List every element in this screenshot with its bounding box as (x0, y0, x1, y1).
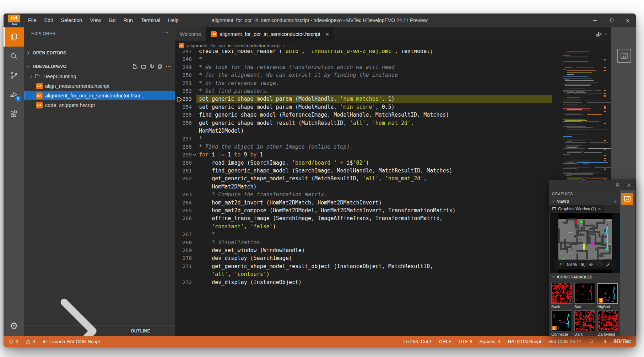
tree-item-align-measurements-hscript[interactable]: HAalign_measurements.hscript (24, 81, 175, 91)
open-editors-section[interactable]: OPEN EDITORS (24, 48, 175, 58)
minimap-line (583, 101, 607, 101)
tree-item-deepcounting[interactable]: DeepCounting (24, 71, 175, 81)
hscript-file-icon: HA (211, 31, 217, 37)
activity-explorer[interactable] (4, 27, 24, 47)
iconic-variable-darkfilled[interactable]: DarkFilled (597, 310, 619, 336)
code-editor[interactable]: 247create_text_model_reader ('auto', 'In… (175, 50, 561, 336)
status-mvtec[interactable]: MVTec (613, 338, 631, 345)
breadcrumb[interactable]: HA alignment_for_ocr_in_semiconductor.hs… (175, 41, 611, 50)
open-editors-label: OPEN EDITORS (33, 50, 66, 55)
menu-terminal[interactable]: Terminal (137, 14, 164, 27)
chevron-down-icon[interactable] (604, 32, 607, 36)
workspace-section[interactable]: HDEVELOPEVO ↻ ··· (24, 62, 175, 71)
title-bar: HA EVO FileEditSelectionViewGoRunTermina… (4, 14, 636, 27)
iconic-variables-section[interactable]: ICONIC VARIABLES (549, 273, 620, 281)
refresh-icon[interactable]: ↻ (150, 63, 154, 70)
tab-label: Welcome (180, 31, 201, 37)
menu-file[interactable]: File (24, 14, 40, 27)
chevron-down-icon (551, 199, 556, 203)
status-halcon-script[interactable]: HALCON Script (508, 339, 542, 344)
views-section[interactable]: VIEWS + (549, 198, 620, 205)
graphics-panel-icon[interactable] (617, 49, 631, 63)
minimap-line (576, 91, 584, 92)
iconic-variable-bad[interactable]: Bad (574, 283, 596, 309)
drag-handle-icon[interactable] (559, 262, 564, 267)
iconic-variable-connecte[interactable]: []Connecte (551, 310, 573, 336)
window-icon (552, 207, 556, 211)
breadcrumb-more[interactable]: ... (287, 43, 291, 48)
tab-alignment_for_ocr_in_semiconductor[interactable]: HAalignment_for_ocr_in_semiconductor.hsc… (206, 27, 334, 41)
tree-item-code-snippets-hscript[interactable]: HAcode_snippets.hscript (24, 100, 175, 110)
close-button[interactable] (619, 14, 636, 27)
minimap-line (567, 162, 574, 163)
iconic-variable-back[interactable]: Back (551, 283, 573, 309)
menu-selection[interactable]: Selection (57, 14, 86, 27)
clear-brush-icon[interactable] (605, 262, 611, 267)
minimap-line (565, 161, 588, 161)
tab-welcome[interactable]: Welcome (175, 27, 206, 41)
status-bell[interactable] (589, 339, 594, 344)
status-halcon-24-11[interactable]: HALCON 24.11 (548, 339, 581, 344)
activity-run-debug[interactable]: 5 (4, 85, 24, 104)
select-region-icon[interactable] (597, 262, 602, 267)
menu-go[interactable]: Go (105, 14, 119, 27)
graphics-viewport[interactable]: 53 % (549, 213, 621, 273)
zoom-out-icon[interactable] (589, 262, 594, 267)
iconic-variable-bigbad[interactable]: []BigBad (597, 283, 619, 309)
restore-button[interactable] (603, 14, 619, 27)
activity-source-control[interactable] (4, 66, 24, 85)
line-number: 268 (175, 239, 192, 246)
minimap-line (590, 129, 608, 129)
activity-extensions[interactable] (4, 104, 24, 123)
close-icon[interactable]: ✕ (598, 207, 601, 211)
sidebar-more-icon[interactable]: ··· (162, 30, 169, 36)
minimize-button[interactable] (587, 14, 603, 27)
activity-search[interactable] (4, 47, 24, 66)
line-number: 271 (175, 262, 192, 270)
minimap-line (563, 78, 592, 79)
status-launch-halcon-script[interactable]: Launch HALCON Script (42, 339, 100, 344)
close-tab-icon[interactable]: ✕ (325, 32, 329, 37)
menu-edit[interactable]: Edit (40, 14, 57, 27)
tree-item-label: align_measurements.hscript (45, 83, 109, 89)
line-number: 256 (175, 119, 192, 127)
zoom-in-icon[interactable] (580, 262, 585, 267)
status-spaces-4[interactable]: Spaces: 4 (479, 339, 500, 344)
menu-help[interactable]: Help (164, 14, 183, 27)
fold-chevron-icon[interactable] (192, 152, 197, 158)
iconic-variable-dark[interactable]: Dark (574, 310, 596, 336)
graphics-rail-image-button[interactable] (621, 193, 633, 205)
minimap-line (567, 109, 582, 110)
warning-icon (26, 339, 31, 344)
graphics-tab-row: Graphics Window (1) ✕ (549, 205, 620, 213)
status-0[interactable]: 0 (9, 339, 18, 344)
collapse-all-icon[interactable] (157, 64, 163, 69)
code-line-267: 267* (175, 230, 561, 238)
minimap-line (591, 177, 607, 177)
breadcrumb-file[interactable]: alignment_for_ocr_in_semiconductor.hscri… (187, 43, 281, 48)
close-icon[interactable] (627, 183, 631, 187)
minimap-line (563, 148, 585, 149)
tree-item-alignment-for-ocr-in-semiconductor-hscr-[interactable]: HAalignment_for_ocr_in_semiconductor.hsc… (24, 91, 175, 100)
status-0[interactable]: 0 (26, 339, 36, 344)
editor-group: WelcomeHAalignment_for_ocr_in_semiconduc… (175, 27, 611, 336)
menu-run[interactable]: Run (120, 14, 137, 27)
graphics-toolbar: 53 % (554, 260, 616, 270)
graphics-more-icon[interactable]: ··· (612, 192, 617, 196)
restore-icon[interactable] (615, 183, 619, 187)
new-file-icon[interactable] (132, 64, 138, 70)
graphics-window-tab[interactable]: Graphics Window (1) ✕ (549, 205, 604, 213)
settings-gear-button[interactable]: ⚙ (4, 318, 24, 334)
new-folder-icon[interactable] (141, 64, 147, 70)
add-view-icon[interactable]: + (613, 198, 617, 204)
minimize-icon[interactable] (604, 183, 608, 187)
more-actions-icon[interactable]: ··· (166, 64, 172, 69)
status-ln-253-col-1[interactable]: Ln 253, Col 1 (404, 339, 432, 344)
menu-view[interactable]: View (86, 14, 105, 27)
status-utf-8[interactable]: UTF-8 (459, 339, 472, 344)
outline-section[interactable]: OUTLINE (24, 325, 175, 336)
status-layout[interactable] (601, 339, 606, 344)
status-crlf[interactable]: CRLF (439, 339, 451, 344)
status-label: CRLF (439, 339, 451, 344)
run-debug-icon[interactable] (595, 31, 603, 38)
